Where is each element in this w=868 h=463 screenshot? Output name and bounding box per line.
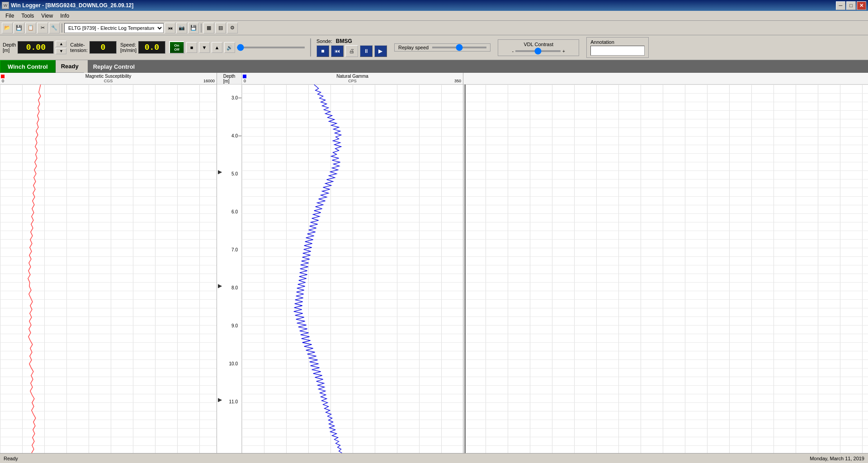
mag-suscept-track: Magnetic Susceptibility CGS 0 16000 bbox=[0, 73, 217, 453]
arrow-11: ▶ bbox=[218, 397, 222, 403]
minimize-button[interactable]: ─ bbox=[836, 1, 845, 10]
toolbar-btn-cam[interactable]: 📷 bbox=[176, 23, 187, 33]
depth-track: Depth[m] 3.0 ─ 4.0 ─ 5.0 ▶ 6.0 7.0 8.0 ▶… bbox=[217, 73, 242, 453]
depth-4: 4.0 bbox=[231, 133, 238, 138]
up-btn[interactable]: ▲ bbox=[212, 42, 222, 53]
toolbar-btn-1[interactable]: 📂 bbox=[2, 23, 13, 33]
mag-scale-right: 16000 bbox=[203, 79, 215, 83]
replay-speed-box: Replay speed bbox=[394, 43, 491, 52]
toolbar-btn-save2[interactable]: 💾 bbox=[188, 23, 199, 33]
speed-slider[interactable] bbox=[237, 47, 305, 48]
rewind-btn[interactable]: ⏮ bbox=[331, 45, 344, 57]
menu-info[interactable]: Info bbox=[57, 12, 73, 20]
titlebar: W Win Logger - [BMSG9243_DOWNLOG_26.09.1… bbox=[0, 0, 868, 11]
sonde-replay-group: Sonde: BMSG ■ ⏮ 🖨 ⏸ ▶ bbox=[316, 38, 387, 57]
gamma-title: Natural Gamma bbox=[336, 74, 368, 79]
status-date: Monday, March 11, 2019 bbox=[810, 456, 864, 461]
stop-winch-btn[interactable]: ■ bbox=[186, 42, 197, 53]
mag-svg bbox=[0, 85, 217, 453]
depth-group: Depth[m] 0.00 ▲ ▼ bbox=[3, 41, 66, 54]
toolbar-btn-settings[interactable]: ⚙ bbox=[227, 23, 238, 33]
vdl-minus: - bbox=[512, 49, 514, 54]
depth-header: Depth[m] bbox=[217, 73, 241, 85]
sonde-label: Sonde: bbox=[316, 38, 332, 44]
toolbar-btn-3[interactable]: 📋 bbox=[25, 23, 36, 33]
sonde-row: Sonde: BMSG bbox=[316, 38, 387, 44]
replay-speed-slider[interactable] bbox=[432, 47, 486, 48]
depth-label: Depth[m] bbox=[3, 42, 16, 53]
maximize-button[interactable]: □ bbox=[846, 1, 856, 10]
nat-gamma-track: Natural Gamma CPS 0 350 bbox=[242, 73, 463, 453]
toolbar-btn-grid2[interactable]: ▤ bbox=[215, 23, 226, 33]
depth-down-btn[interactable]: ▼ bbox=[56, 48, 66, 54]
replay-control-area: Replay Control bbox=[86, 60, 868, 73]
window-title: Win Logger - [BMSG9243_DOWNLOG_26.09.12] bbox=[11, 2, 836, 9]
sonde-selector[interactable]: ELTG [9739] - Electric Log Temperature bbox=[64, 23, 164, 33]
winch-control-tab[interactable]: Winch Control bbox=[0, 60, 56, 73]
depth-11: 11.0 bbox=[229, 399, 238, 404]
nat-gamma-canvas bbox=[242, 85, 463, 453]
app-icon: W bbox=[2, 2, 9, 9]
replay-speed-label: Replay speed bbox=[398, 45, 429, 50]
toolbar-btn-nav[interactable]: ⏮ bbox=[165, 23, 175, 33]
depth-buttons: ▲ ▼ bbox=[56, 41, 66, 54]
arrow-5: ▶ bbox=[218, 169, 222, 175]
annotation-label: Annotation bbox=[590, 39, 645, 45]
toolbar-btn-4[interactable]: ✂ bbox=[37, 23, 48, 33]
toolbar-btn-5[interactable]: 🔧 bbox=[49, 23, 60, 33]
close-button[interactable]: ✕ bbox=[857, 1, 866, 10]
depth-3: 3.0 bbox=[231, 95, 238, 100]
vdl-label: VDL Contrast bbox=[524, 42, 553, 47]
chart-area: Magnetic Susceptibility CGS 0 16000 Dept… bbox=[0, 73, 868, 453]
menubar: File Tools View Info bbox=[0, 11, 868, 21]
gamma-color-indicator bbox=[243, 75, 246, 78]
depth-8: 8.0 bbox=[231, 285, 238, 290]
third-header bbox=[463, 73, 868, 85]
depth-10: 10.0 bbox=[229, 361, 238, 366]
menu-file[interactable]: File bbox=[2, 12, 18, 20]
annotation-input[interactable] bbox=[590, 46, 645, 56]
depth-up-btn[interactable]: ▲ bbox=[56, 41, 66, 47]
annotation-box: Annotation bbox=[586, 37, 649, 58]
mag-title: Magnetic Susceptibility bbox=[85, 74, 132, 79]
winch-bar: Winch Control Ready Replay Control bbox=[0, 60, 868, 73]
toolbar-btn-2[interactable]: 💾 bbox=[14, 23, 24, 33]
third-canvas bbox=[463, 85, 868, 453]
toolbar-btn-grid1[interactable]: ▦ bbox=[203, 23, 214, 33]
depth-7: 7.0 bbox=[231, 247, 238, 252]
toolbar-sep-1 bbox=[61, 24, 62, 33]
speed-label: Speed:[m/min] bbox=[120, 42, 137, 53]
mag-suscept-header: Magnetic Susceptibility CGS 0 16000 bbox=[0, 73, 217, 85]
gamma-scale-left: 0 bbox=[244, 79, 246, 83]
depth-6: 6.0 bbox=[231, 209, 238, 214]
cable-display: 0 bbox=[90, 41, 117, 54]
tick-3: ─ bbox=[238, 95, 241, 100]
window-controls: ─ □ ✕ bbox=[836, 1, 866, 10]
depth-markers: 3.0 ─ 4.0 ─ 5.0 ▶ 6.0 7.0 8.0 ▶ 9.0 10.0… bbox=[217, 85, 241, 453]
cable-group: Cable-tension: 0 bbox=[70, 41, 117, 54]
vdl-slider[interactable] bbox=[515, 50, 561, 52]
cable-label: Cable-tension: bbox=[70, 42, 88, 53]
menu-tools[interactable]: Tools bbox=[18, 12, 38, 20]
gamma-scale-right: 350 bbox=[454, 79, 461, 83]
print-btn[interactable]: 🖨 bbox=[345, 45, 358, 57]
arrow-8: ▶ bbox=[218, 283, 222, 289]
status-ready: Ready bbox=[4, 456, 18, 461]
play-btn[interactable]: ▶ bbox=[374, 45, 387, 57]
mag-suscept-canvas bbox=[0, 85, 217, 453]
stop-btn[interactable]: ■ bbox=[316, 45, 329, 57]
down-btn[interactable]: ▼ bbox=[199, 42, 210, 53]
depth-header-label: Depth[m] bbox=[223, 74, 236, 84]
vdl-box: VDL Contrast - + bbox=[498, 39, 579, 56]
menu-view[interactable]: View bbox=[38, 12, 57, 20]
third-svg bbox=[463, 85, 868, 453]
sonde-value: BMSG bbox=[336, 38, 352, 44]
pause-btn[interactable]: ⏸ bbox=[360, 45, 373, 57]
controls-row: Depth[m] 0.00 ▲ ▼ Cable-tension: 0 Speed… bbox=[0, 35, 868, 60]
nat-gamma-header: Natural Gamma CPS 0 350 bbox=[242, 73, 463, 85]
depth-9: 9.0 bbox=[231, 323, 238, 328]
vdl-slider-row: - + bbox=[512, 49, 565, 54]
onoff-button[interactable]: OnOff bbox=[169, 41, 184, 54]
speed-group: Speed:[m/min] 0.0 bbox=[120, 41, 165, 54]
volume-btn[interactable]: 🔊 bbox=[224, 42, 235, 53]
